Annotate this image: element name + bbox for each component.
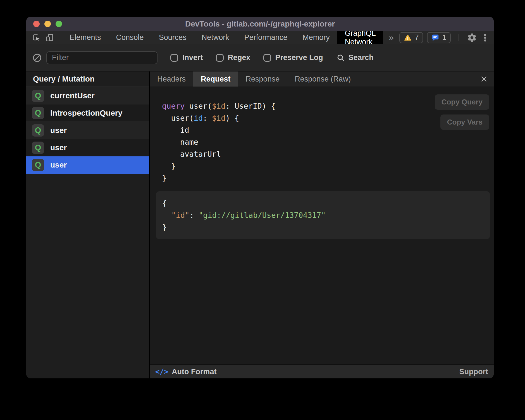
- query-list-item[interactable]: Quser: [26, 122, 149, 139]
- title-bar: DevTools - gitlab.com/-/graphql-explorer: [26, 17, 494, 31]
- query-name: user: [50, 126, 67, 135]
- code-line: "id": "gid://gitlab/User/13704317": [162, 209, 484, 221]
- filter-checkboxes: InvertRegexPreserve Log: [170, 53, 323, 62]
- query-name: user: [50, 143, 67, 152]
- search-button[interactable]: Search: [337, 53, 374, 62]
- tab-response[interactable]: Response: [238, 71, 287, 87]
- copy-vars-button[interactable]: Copy Vars: [440, 114, 489, 130]
- search-icon: [337, 54, 345, 62]
- query-type-badge: Q: [32, 90, 44, 102]
- query-list-panel: Query / Mutation QcurrentUserQIntrospect…: [26, 71, 150, 378]
- code-line: name: [162, 136, 490, 148]
- close-detail-button[interactable]: [480, 75, 488, 83]
- warning-count: 7: [415, 33, 419, 42]
- warnings-badge[interactable]: 7: [399, 32, 423, 43]
- devtools-tabs: ElementsConsoleSourcesNetworkPerformance…: [62, 31, 383, 44]
- auto-format-button[interactable]: </> Auto Format: [155, 367, 216, 376]
- checkbox-box: [216, 54, 224, 62]
- copy-buttons: Copy Query Copy Vars: [435, 94, 489, 130]
- support-link[interactable]: Support: [459, 367, 488, 376]
- copy-query-button[interactable]: Copy Query: [435, 94, 489, 110]
- warning-icon: [404, 34, 412, 42]
- tab-network[interactable]: Network: [194, 31, 237, 44]
- close-window-button[interactable]: [33, 21, 40, 27]
- detail-panel: HeadersRequestResponseResponse (Raw) que…: [150, 71, 494, 378]
- main-area: Query / Mutation QcurrentUserQIntrospect…: [26, 71, 494, 378]
- messages-badge[interactable]: 1: [427, 32, 451, 43]
- query-list-item[interactable]: Quser: [26, 156, 149, 174]
- gear-icon: [467, 33, 477, 43]
- code-line: }: [162, 221, 484, 233]
- query-list-item[interactable]: Quser: [26, 139, 149, 156]
- query-type-badge: Q: [32, 107, 44, 119]
- checkbox-label: Invert: [182, 53, 203, 62]
- checkbox-box: [263, 54, 271, 62]
- detail-tabs: HeadersRequestResponseResponse (Raw): [150, 71, 358, 87]
- tab-request[interactable]: Request: [193, 71, 238, 87]
- devtools-toolbar: ElementsConsoleSourcesNetworkPerformance…: [26, 31, 494, 44]
- graphql-variables-box: { "id": "gid://gitlab/User/13704317"}: [156, 191, 490, 239]
- window-title: DevTools - gitlab.com/-/graphql-explorer: [26, 20, 494, 28]
- close-icon: [480, 75, 488, 83]
- tab-console[interactable]: Console: [109, 31, 151, 44]
- menu-button[interactable]: [481, 33, 489, 42]
- kebab-menu-icon: [481, 33, 489, 42]
- query-list-header: Query / Mutation: [26, 71, 149, 87]
- checkbox-regex[interactable]: Regex: [216, 53, 250, 62]
- auto-format-label: Auto Format: [172, 367, 216, 376]
- checkbox-preserve-log[interactable]: Preserve Log: [263, 53, 323, 62]
- query-type-badge: Q: [32, 159, 44, 171]
- code-line: }: [162, 172, 490, 184]
- detail-tabstrip: HeadersRequestResponseResponse (Raw): [150, 71, 494, 87]
- tab-memory[interactable]: Memory: [295, 31, 337, 44]
- tab-headers[interactable]: Headers: [150, 71, 193, 87]
- more-tabs-button[interactable]: »: [383, 31, 399, 44]
- code-line: avatarUrl: [162, 148, 490, 160]
- checkbox-invert[interactable]: Invert: [170, 53, 203, 62]
- code-icon: </>: [155, 367, 168, 376]
- query-type-badge: Q: [32, 142, 44, 154]
- tab-graphql-network[interactable]: GraphQL Network: [337, 31, 383, 44]
- code-line: {: [162, 197, 484, 209]
- query-list-item[interactable]: QIntrospectionQuery: [26, 104, 149, 122]
- code-line: }: [162, 160, 490, 172]
- toolbar-right-divider: [459, 34, 459, 41]
- message-count: 1: [442, 33, 447, 42]
- query-name: IntrospectionQuery: [50, 109, 122, 118]
- block-icon: [32, 53, 42, 63]
- tab-response-raw[interactable]: Response (Raw): [287, 71, 358, 87]
- query-name: user: [50, 161, 67, 170]
- device-toolbar-button[interactable]: [45, 33, 54, 42]
- detail-footer: </> Auto Format Support: [150, 364, 494, 378]
- query-list: QcurrentUserQIntrospectionQueryQuserQuse…: [26, 87, 149, 174]
- settings-button[interactable]: [467, 33, 477, 43]
- minimize-window-button[interactable]: [44, 21, 51, 27]
- filter-bar: InvertRegexPreserve Log Search: [26, 44, 494, 71]
- request-content: query user($id: UserID) { user(id: $id) …: [150, 87, 494, 364]
- query-list-item[interactable]: QcurrentUser: [26, 87, 149, 104]
- checkbox-label: Preserve Log: [275, 53, 323, 62]
- query-type-badge: Q: [32, 124, 44, 137]
- inspect-element-button[interactable]: [32, 33, 41, 42]
- filter-input[interactable]: [46, 51, 157, 64]
- checkbox-box: [170, 54, 178, 62]
- devtools-window: DevTools - gitlab.com/-/graphql-explorer…: [26, 17, 494, 378]
- zoom-window-button[interactable]: [56, 21, 62, 27]
- query-name: currentUser: [50, 91, 95, 100]
- search-label: Search: [349, 53, 374, 62]
- traffic-lights: [26, 21, 62, 27]
- toolbar-right: 7 1: [399, 31, 494, 44]
- phone-icon: [46, 37, 49, 41]
- checkbox-label: Regex: [228, 53, 250, 62]
- clear-button[interactable]: [32, 53, 42, 63]
- tab-elements[interactable]: Elements: [62, 31, 109, 44]
- tab-performance[interactable]: Performance: [237, 31, 295, 44]
- tab-sources[interactable]: Sources: [151, 31, 194, 44]
- chat-bubble-icon: [431, 34, 440, 42]
- toolbar-left-icons: [26, 31, 54, 44]
